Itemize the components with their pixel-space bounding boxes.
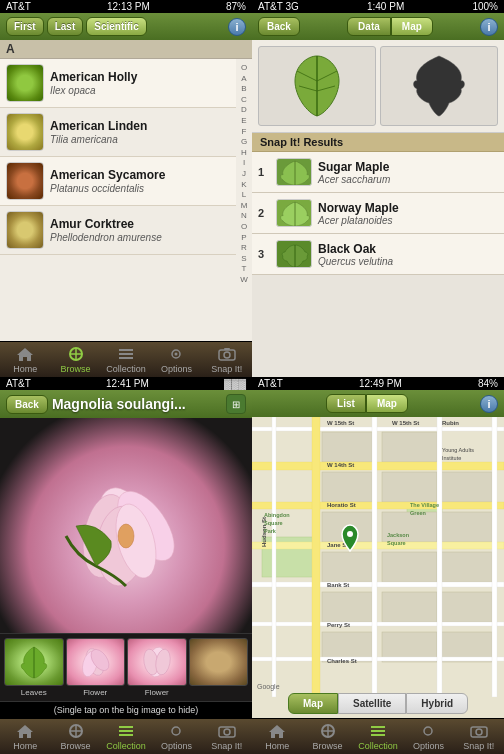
info-button-1[interactable]: i bbox=[228, 18, 246, 36]
list-item[interactable]: Amur Corktree Phellodendron amurense bbox=[0, 206, 236, 255]
map-type-map-button[interactable]: Map bbox=[288, 693, 338, 714]
svg-text:Bank St: Bank St bbox=[327, 582, 349, 588]
svg-point-86 bbox=[424, 727, 432, 735]
tab-browse-3[interactable]: Browse bbox=[50, 722, 100, 751]
list-item[interactable]: 2 Norway Maple Acer platanoides bbox=[252, 193, 504, 234]
sort-scientific-button[interactable]: Scientific bbox=[86, 17, 146, 36]
map-area[interactable]: W 15th St W 14th St Horatio St Jane St B… bbox=[252, 417, 504, 718]
svg-point-27 bbox=[172, 727, 180, 735]
tab-home[interactable]: Home bbox=[0, 345, 50, 374]
list-item[interactable]: American Holly Ilex opaca bbox=[0, 59, 236, 108]
svg-text:Square: Square bbox=[264, 520, 283, 526]
tab-snap-4[interactable]: Snap It! bbox=[454, 722, 504, 751]
tab-bar-1: Home Browse Collection Options Snap It! bbox=[0, 341, 252, 377]
tab-snap-3[interactable]: Snap It! bbox=[202, 722, 252, 751]
map-type-satellite-button[interactable]: Satellite bbox=[338, 693, 406, 714]
map-tab-4[interactable]: Map bbox=[366, 394, 408, 413]
tab-collection-4[interactable]: Collection bbox=[353, 722, 403, 751]
options-icon bbox=[417, 722, 439, 740]
thumb-flower-1[interactable]: Flower bbox=[66, 638, 126, 697]
plant-text: American Linden Tilia americana bbox=[50, 119, 230, 144]
tab-collection[interactable]: Collection bbox=[101, 345, 151, 374]
tab-options[interactable]: Options bbox=[151, 345, 201, 374]
svg-text:Park: Park bbox=[264, 528, 277, 534]
detail-header: Back Magnolia soulangi... ⊞ bbox=[0, 390, 252, 418]
svg-rect-45 bbox=[382, 592, 437, 622]
options-icon bbox=[165, 722, 187, 740]
list-item[interactable]: 1 Sugar Maple Acer saccharum bbox=[252, 152, 504, 193]
svg-rect-34 bbox=[382, 432, 437, 462]
carrier-3: AT&T bbox=[6, 378, 31, 389]
tab-browse-4[interactable]: Browse bbox=[302, 722, 352, 751]
panel-plant-detail: AT&T 12:41 PM ▓▓▓ Back Magnolia soulangi… bbox=[0, 377, 252, 754]
sort-buttons: First Last Scientific bbox=[6, 17, 224, 36]
data-tab[interactable]: Data bbox=[347, 17, 391, 36]
thumbnail-label: Flower bbox=[145, 688, 169, 697]
svg-rect-42 bbox=[382, 552, 437, 582]
snap-icon bbox=[216, 345, 238, 363]
tab-options-4[interactable]: Options bbox=[403, 722, 453, 751]
tab-collection-3[interactable]: Collection bbox=[101, 722, 151, 751]
plant-thumbnail bbox=[6, 162, 44, 200]
latin-name: Ilex opaca bbox=[50, 85, 230, 96]
thumbnail-image bbox=[66, 638, 126, 686]
svg-rect-46 bbox=[437, 592, 492, 622]
plant-main-image[interactable] bbox=[0, 418, 252, 633]
options-icon bbox=[165, 345, 187, 363]
thumb-leaves[interactable]: Leaves bbox=[4, 638, 64, 697]
thumb-flower-2[interactable]: Flower bbox=[127, 638, 187, 697]
tab-bar-3: Home Browse Collection Options Snap It! bbox=[0, 718, 252, 754]
info-button-2[interactable]: i bbox=[480, 18, 498, 36]
sort-last-button[interactable]: Last bbox=[47, 17, 84, 36]
collection-icon bbox=[115, 722, 137, 740]
map-tab[interactable]: Map bbox=[391, 17, 433, 36]
thumb-extra[interactable] bbox=[189, 638, 249, 697]
list-item[interactable]: American Sycamore Platanus occidentalis bbox=[0, 157, 236, 206]
svg-rect-35 bbox=[322, 472, 372, 502]
tab-browse[interactable]: Browse bbox=[50, 345, 100, 374]
browse-icon bbox=[65, 345, 87, 363]
back-button-3[interactable]: Back bbox=[6, 395, 48, 414]
map-type-hybrid-button[interactable]: Hybrid bbox=[406, 693, 468, 714]
info-button-4[interactable]: i bbox=[480, 395, 498, 413]
home-icon bbox=[14, 345, 36, 363]
collection-icon bbox=[367, 722, 389, 740]
svg-rect-54 bbox=[252, 582, 504, 587]
tab-options-label-3: Options bbox=[161, 741, 192, 751]
browse-icon bbox=[317, 722, 339, 740]
tab-home-3[interactable]: Home bbox=[0, 722, 50, 751]
share-button[interactable]: ⊞ bbox=[226, 394, 246, 414]
svg-point-82 bbox=[347, 531, 353, 537]
tab-snap[interactable]: Snap It! bbox=[202, 345, 252, 374]
tab-snap-label-4: Snap It! bbox=[463, 741, 494, 751]
thumbnail-image bbox=[189, 638, 249, 686]
thumbnail-label: Leaves bbox=[21, 688, 47, 697]
tab-options-3[interactable]: Options bbox=[151, 722, 201, 751]
svg-text:Square: Square bbox=[387, 540, 406, 546]
tab-home-4[interactable]: Home bbox=[252, 722, 302, 751]
result-text: Black Oak Quercus velutina bbox=[318, 242, 498, 267]
sort-first-button[interactable]: First bbox=[6, 17, 44, 36]
svg-point-88 bbox=[476, 729, 482, 735]
svg-rect-58 bbox=[372, 417, 377, 697]
svg-rect-51 bbox=[252, 502, 504, 509]
back-button-2[interactable]: Back bbox=[258, 17, 300, 36]
thumbnail-label: Flower bbox=[83, 688, 107, 697]
status-bar-1: AT&T 12:13 PM 87% bbox=[0, 0, 252, 13]
thumbnail-bar: Leaves Flower Flower bbox=[0, 633, 252, 701]
svg-rect-36 bbox=[382, 472, 437, 502]
list-tab[interactable]: List bbox=[326, 394, 366, 413]
latin-name: Platanus occidentalis bbox=[50, 183, 230, 194]
panel-map-view: AT&T 12:49 PM 84% List Map i bbox=[252, 377, 504, 754]
snap-results-title: Snap It! Results bbox=[252, 133, 504, 152]
common-name: Black Oak bbox=[318, 242, 498, 256]
panel-snap-results: AT&T 3G 1:40 PM 100% Back Data Map i bbox=[252, 0, 504, 377]
svg-point-29 bbox=[224, 729, 230, 735]
common-name: American Linden bbox=[50, 119, 230, 133]
svg-point-16 bbox=[118, 524, 134, 548]
status-bar-3: AT&T 12:41 PM ▓▓▓ bbox=[0, 377, 252, 390]
tab-browse-label-4: Browse bbox=[313, 741, 343, 751]
list-item[interactable]: 3 Black Oak Quercus velutina bbox=[252, 234, 504, 275]
svg-text:Green: Green bbox=[410, 510, 427, 516]
list-item[interactable]: American Linden Tilia americana bbox=[0, 108, 236, 157]
